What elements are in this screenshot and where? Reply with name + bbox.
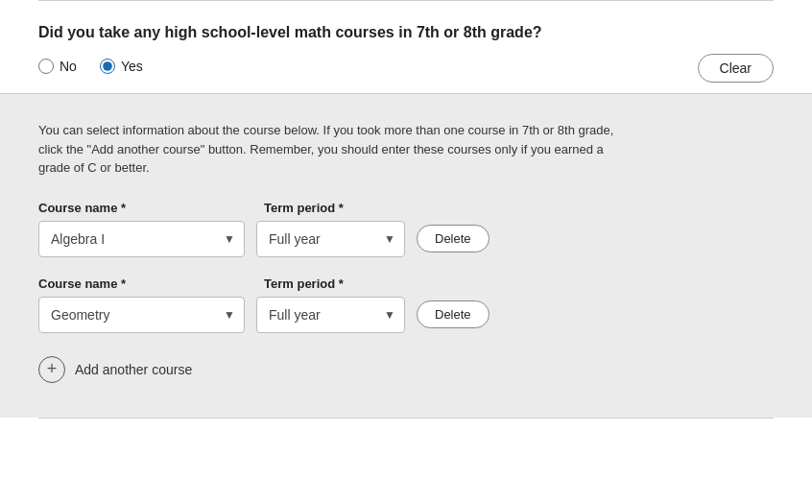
delete-button-1[interactable]: Delete <box>417 225 490 252</box>
radio-row: No Yes <box>38 59 774 74</box>
radio-no-input[interactable] <box>38 59 54 74</box>
question-title: Did you take any high school-level math … <box>38 24 774 41</box>
delete-button-2[interactable]: Delete <box>417 300 490 328</box>
course-row-2-labels: Course name * Term period * <box>38 276 774 291</box>
radio-yes[interactable]: Yes <box>100 59 143 74</box>
term-label-2: Term period * <box>264 276 413 291</box>
add-circle-icon: + <box>38 356 65 383</box>
radio-yes-input[interactable] <box>100 59 115 74</box>
course-select-wrapper-2: Algebra I Geometry Algebra II Pre-Calcul… <box>38 297 245 333</box>
course-label-2: Course name * <box>38 276 245 291</box>
page-wrapper: Did you take any high school-level math … <box>0 0 812 504</box>
term-label-1: Term period * <box>264 201 413 215</box>
add-another-label: Add another course <box>75 362 192 377</box>
course-label-1: Course name * <box>38 201 245 215</box>
term-select-1[interactable]: Full year Semester 1 Semester 2 Trimeste… <box>256 221 405 257</box>
radio-no-label: No <box>60 59 77 74</box>
course-select-1[interactable]: Algebra I Geometry Algebra II Pre-Calcul… <box>38 221 245 257</box>
term-select-wrapper-1: Full year Semester 1 Semester 2 Trimeste… <box>256 221 405 257</box>
term-select-wrapper-2: Full year Semester 1 Semester 2 Trimeste… <box>256 297 405 333</box>
course-row-1-labels: Course name * Term period * <box>38 201 774 215</box>
course-select-wrapper-1: Algebra I Geometry Algebra II Pre-Calcul… <box>38 221 245 257</box>
top-section: Did you take any high school-level math … <box>0 1 812 94</box>
course-row-2-controls: Algebra I Geometry Algebra II Pre-Calcul… <box>38 297 774 333</box>
term-select-2[interactable]: Full year Semester 1 Semester 2 Trimeste… <box>256 297 405 333</box>
course-select-2[interactable]: Algebra I Geometry Algebra II Pre-Calcul… <box>38 297 245 333</box>
add-another-row[interactable]: + Add another course <box>38 356 774 383</box>
bottom-divider <box>38 418 774 419</box>
course-row-2: Course name * Term period * Algebra I Ge… <box>38 276 774 333</box>
course-row-1-controls: Algebra I Geometry Algebra II Pre-Calcul… <box>38 221 774 257</box>
clear-button[interactable]: Clear <box>698 54 774 83</box>
bottom-section: You can select information about the cou… <box>0 94 812 418</box>
course-row-1: Course name * Term period * Algebra I Ge… <box>38 201 774 257</box>
info-text: You can select information about the cou… <box>38 121 614 178</box>
radio-no[interactable]: No <box>38 59 77 74</box>
radio-yes-label: Yes <box>121 59 143 74</box>
